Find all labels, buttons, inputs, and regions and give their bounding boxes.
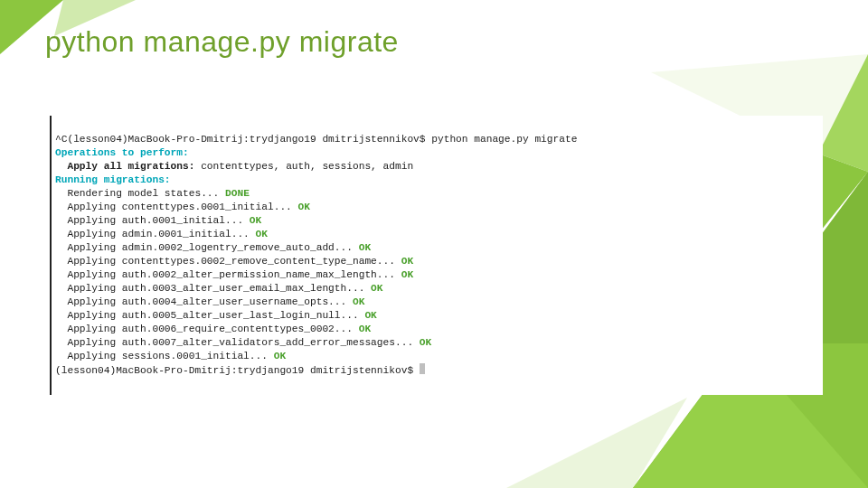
terminal-line-migration: Applying auth.0005_alter_user_last_login… — [55, 309, 819, 323]
terminal-line-migration: Applying admin.0001_initial... OK — [55, 228, 819, 241]
terminal-line-rendering: Rendering model states... DONE — [55, 187, 819, 201]
terminal-line-migration: Applying auth.0002_alter_permission_name… — [55, 268, 819, 282]
terminal-line-apply-all: Apply all migrations: contenttypes, auth… — [55, 160, 819, 174]
terminal-line-migration: Applying auth.0006_require_contenttypes_… — [55, 323, 819, 336]
terminal-output: ^C(lesson04)MacBook-Pro-Dmitrij:trydjang… — [50, 116, 823, 395]
svg-marker-3 — [818, 54, 868, 172]
cursor-icon — [420, 363, 425, 374]
terminal-line-prompt-final: (lesson04)MacBook-Pro-Dmitrij:trydjango1… — [55, 363, 819, 378]
terminal-line-migration: Applying admin.0002_logentry_remove_auto… — [55, 241, 819, 255]
svg-marker-8 — [506, 398, 687, 488]
terminal-line-migration: Applying sessions.0001_initial... OK — [55, 350, 819, 363]
terminal-line-operations-header: Operations to perform: — [55, 146, 819, 160]
slide-title: python manage.py migrate — [45, 25, 399, 59]
terminal-line-migration: Applying auth.0007_alter_validators_add_… — [55, 336, 819, 350]
terminal-line-migration: Applying auth.0004_alter_user_username_o… — [55, 296, 819, 309]
terminal-line-migration: Applying auth.0003_alter_user_email_max_… — [55, 282, 819, 296]
terminal-line-migration: Applying contenttypes.0001_initial... OK — [55, 201, 819, 214]
terminal-line-running-header: Running migrations: — [55, 174, 819, 187]
terminal-line-migration: Applying auth.0001_initial... OK — [55, 214, 819, 228]
terminal-line-prompt: ^C(lesson04)MacBook-Pro-Dmitrij:trydjang… — [55, 133, 819, 146]
terminal-line-migration: Applying contenttypes.0002_remove_conten… — [55, 255, 819, 268]
